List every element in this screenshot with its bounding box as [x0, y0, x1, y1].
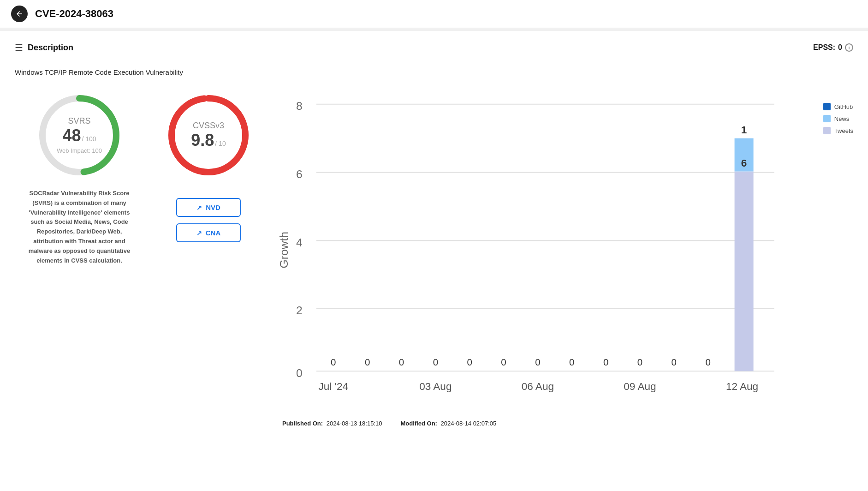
legend-news: News [823, 115, 853, 122]
cvss-center: CVSSv3 9.8 / 10 [191, 121, 226, 150]
svg-text:8: 8 [296, 100, 303, 112]
svrs-sub: Web Impact: 100 [57, 147, 102, 154]
svg-text:0: 0 [535, 357, 540, 367]
svrs-value: 48 [62, 126, 81, 145]
legend-news-color [823, 115, 831, 122]
cna-external-icon: ↗ [196, 229, 202, 237]
svg-text:2: 2 [296, 304, 303, 317]
metrics-row: SVRS 48 / 100 Web Impact: 100 SOCRadar V… [15, 89, 853, 427]
svg-text:4: 4 [296, 236, 303, 249]
svg-text:0: 0 [705, 357, 710, 367]
chart-section: 8 6 4 2 0 Growth [282, 89, 853, 427]
chart-wrapper: 8 6 4 2 0 Growth [282, 89, 853, 413]
cna-button[interactable]: ↗ CNA [176, 223, 241, 242]
cvss-value: 9.8 [191, 131, 214, 150]
published-value: 2024-08-13 18:15:10 [327, 420, 382, 427]
svg-text:1: 1 [741, 124, 747, 136]
cvss-max: / 10 [215, 140, 226, 147]
svg-text:0: 0 [672, 357, 677, 367]
section-title: Description [28, 43, 73, 53]
nvd-external-icon: ↗ [196, 204, 202, 211]
svrs-max: / 100 [82, 135, 96, 143]
section-divider [15, 57, 853, 57]
svg-text:6: 6 [296, 168, 303, 180]
svrs-section: SVRS 48 / 100 Web Impact: 100 SOCRadar V… [15, 89, 144, 265]
svg-text:03 Aug: 03 Aug [419, 381, 452, 392]
published-label: Published On: [282, 420, 323, 427]
svrs-label: SVRS [57, 116, 102, 126]
section-title-row: ☰ Description [15, 42, 73, 53]
modified-value: 2024-08-14 02:07:05 [441, 420, 497, 427]
legend-news-label: News [834, 115, 850, 122]
svg-text:Jul '24: Jul '24 [319, 381, 348, 392]
action-buttons: ↗ NVD ↗ CNA [176, 198, 241, 242]
bar-chart-svg: 8 6 4 2 0 Growth [282, 89, 812, 411]
svg-text:0: 0 [365, 357, 370, 367]
svg-text:0: 0 [331, 357, 336, 367]
svg-text:12 Aug: 12 Aug [726, 381, 758, 392]
svg-text:0: 0 [603, 357, 608, 367]
legend-tweets: Tweets [823, 127, 853, 134]
published-on: Published On: 2024-08-13 18:15:10 [282, 420, 382, 427]
bar-tweets [735, 171, 754, 371]
modified-label: Modified On: [400, 420, 437, 427]
epss-value: 0 [838, 43, 842, 52]
legend-github-color [823, 103, 831, 110]
main-content: ☰ Description EPSS: 0 i Windows TCP/IP R… [0, 31, 868, 438]
section-header: ☰ Description EPSS: 0 i [15, 42, 853, 53]
legend-tweets-label: Tweets [834, 127, 853, 134]
chart-legend: GitHub News Tweets [823, 89, 853, 134]
svg-text:0: 0 [501, 357, 506, 367]
nvd-label: NVD [206, 204, 220, 211]
legend-tweets-color [823, 127, 831, 134]
svg-text:0: 0 [569, 357, 574, 367]
cvss-section: CVSSv3 9.8 / 10 ↗ NVD ↗ CNA [153, 89, 264, 242]
description-icon: ☰ [15, 42, 23, 53]
svg-text:0: 0 [637, 357, 642, 367]
legend-github: GitHub [823, 103, 853, 110]
svg-text:06 Aug: 06 Aug [522, 381, 554, 392]
cna-label: CNA [206, 229, 221, 237]
svg-text:09 Aug: 09 Aug [624, 381, 656, 392]
modified-on: Modified On: 2024-08-14 02:07:05 [400, 420, 496, 427]
epss-info-icon[interactable]: i [845, 43, 853, 52]
back-button[interactable] [11, 6, 28, 22]
page-title: CVE-2024-38063 [35, 8, 113, 20]
footer-dates: Published On: 2024-08-13 18:15:10 Modifi… [282, 420, 853, 427]
svg-text:0: 0 [467, 357, 472, 367]
nvd-button[interactable]: ↗ NVD [176, 198, 241, 217]
cvss-circle-container: CVSSv3 9.8 / 10 [162, 89, 255, 181]
svrs-circle-container: SVRS 48 / 100 Web Impact: 100 [33, 89, 125, 181]
svg-text:0: 0 [296, 367, 303, 379]
svrs-description: SOCRadar Vulnerability Risk Score (SVRS)… [24, 189, 135, 265]
svrs-center: SVRS 48 / 100 Web Impact: 100 [57, 116, 102, 154]
svg-text:0: 0 [399, 357, 404, 367]
cvss-label: CVSSv3 [191, 121, 226, 131]
svg-text:6: 6 [741, 157, 747, 169]
legend-github-label: GitHub [834, 103, 853, 110]
top-bar: CVE-2024-38063 [0, 0, 868, 28]
epss-score: EPSS: 0 i [813, 43, 853, 52]
svg-text:Growth: Growth [278, 232, 290, 268]
vuln-title: Windows TCP/IP Remote Code Execution Vul… [15, 68, 853, 76]
epss-text: EPSS: [813, 43, 835, 52]
chart-area: 8 6 4 2 0 Growth [282, 89, 812, 413]
svg-text:0: 0 [433, 357, 438, 367]
